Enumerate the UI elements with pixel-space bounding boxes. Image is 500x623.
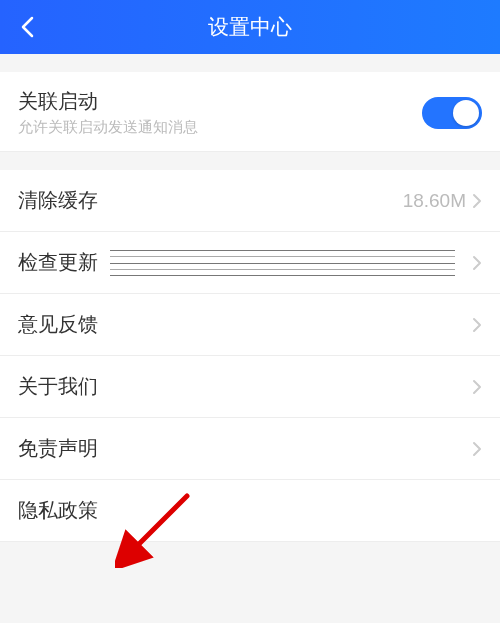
clear-cache-label: 清除缓存 bbox=[18, 187, 403, 214]
back-button[interactable] bbox=[12, 12, 42, 42]
page-title: 设置中心 bbox=[208, 13, 292, 41]
back-icon bbox=[20, 16, 34, 38]
related-launch-toggle[interactable] bbox=[422, 97, 482, 129]
related-launch-label: 关联启动 bbox=[18, 88, 422, 115]
related-launch-sublabel: 允许关联启动发送通知消息 bbox=[18, 118, 422, 137]
row-text: 关联启动 允许关联启动发送通知消息 bbox=[18, 88, 422, 137]
chevron-right-icon bbox=[472, 255, 482, 271]
chevron-right-icon bbox=[472, 379, 482, 395]
disclaimer-label: 免责声明 bbox=[18, 435, 472, 462]
row-related-launch[interactable]: 关联启动 允许关联启动发送通知消息 bbox=[0, 72, 500, 152]
chevron-right-icon bbox=[472, 193, 482, 209]
privacy-label: 隐私政策 bbox=[18, 497, 482, 524]
chevron-right-icon bbox=[472, 317, 482, 333]
section-gap bbox=[0, 54, 500, 72]
content: 关联启动 允许关联启动发送通知消息 清除缓存 18.60M 检查更新 意见反馈 bbox=[0, 54, 500, 542]
check-update-label: 检查更新 bbox=[18, 249, 472, 276]
row-about-us[interactable]: 关于我们 bbox=[0, 356, 500, 418]
row-clear-cache[interactable]: 清除缓存 18.60M bbox=[0, 170, 500, 232]
about-us-label: 关于我们 bbox=[18, 373, 472, 400]
row-feedback[interactable]: 意见反馈 bbox=[0, 294, 500, 356]
row-check-update[interactable]: 检查更新 bbox=[0, 232, 500, 294]
feedback-label: 意见反馈 bbox=[18, 311, 472, 338]
chevron-right-icon bbox=[472, 441, 482, 457]
header: 设置中心 bbox=[0, 0, 500, 54]
row-disclaimer[interactable]: 免责声明 bbox=[0, 418, 500, 480]
section-gap bbox=[0, 152, 500, 170]
toggle-knob bbox=[453, 100, 479, 126]
clear-cache-value: 18.60M bbox=[403, 190, 466, 212]
row-privacy-policy[interactable]: 隐私政策 bbox=[0, 480, 500, 542]
